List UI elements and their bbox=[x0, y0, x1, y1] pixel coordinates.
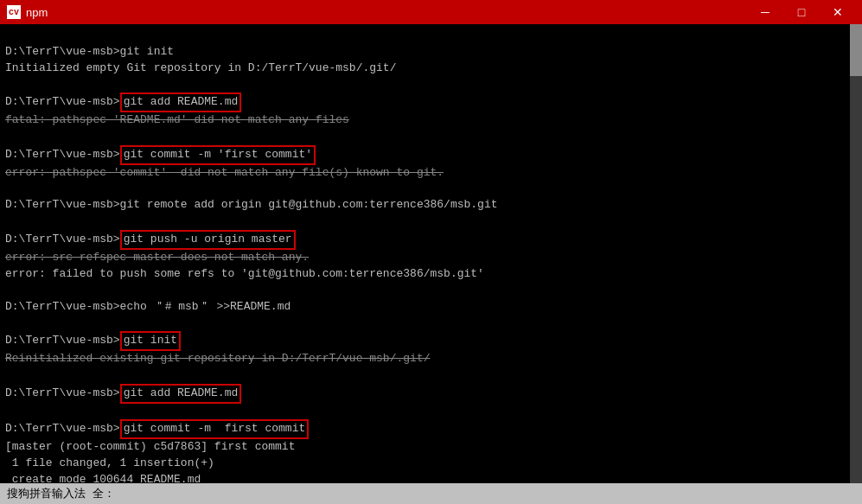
window-controls: ─ □ ✕ bbox=[748, 3, 855, 21]
line-11: D:\TerrT\vue-msb>echo ＂# msb＂ >>README.m… bbox=[5, 299, 857, 316]
app-icon: cv bbox=[7, 5, 21, 19]
minimize-button[interactable]: ─ bbox=[748, 3, 782, 21]
cmd-highlight-init: git init bbox=[120, 331, 181, 351]
terminal-window: cv npm ─ □ ✕ D:\TerrT\vue-msb>git initIn… bbox=[0, 0, 862, 504]
line-4: fatal: pathspec 'README.md' did not matc… bbox=[5, 112, 857, 129]
line-blank-6 bbox=[5, 315, 857, 331]
terminal-area[interactable]: D:\TerrT\vue-msb>git initInitialized emp… bbox=[0, 24, 862, 483]
line-16: [master (root-commit) c5d7863] first com… bbox=[5, 439, 857, 456]
line-17: 1 file changed, 1 insertion(+) bbox=[5, 456, 857, 472]
line-5: D:\TerrT\vue-msb>git commit -m 'first co… bbox=[5, 145, 857, 165]
line-6: error: pathspec 'commit' did not match a… bbox=[5, 165, 857, 182]
line-blank-7 bbox=[5, 367, 857, 384]
line-blank-1 bbox=[5, 77, 857, 93]
scrollbar-thumb[interactable] bbox=[850, 24, 862, 76]
line-10: error: failed to push some refs to 'git@… bbox=[5, 266, 857, 283]
titlebar-left: cv npm bbox=[7, 5, 48, 19]
cmd-highlight-add1: git add README.md bbox=[120, 93, 242, 112]
cmd-highlight-commit2: git commit -m first commit bbox=[120, 419, 310, 439]
statusbar: 搜狗拼音输入法 全： bbox=[0, 483, 862, 504]
maximize-button[interactable]: □ bbox=[784, 3, 819, 21]
line-18: create mode 100644 README.md bbox=[5, 472, 857, 483]
line-12: D:\TerrT\vue-msb>git init bbox=[5, 331, 857, 351]
line-blank-2 bbox=[5, 129, 857, 145]
cmd-highlight-push: git push -u origin master bbox=[120, 230, 296, 250]
line-blank-5 bbox=[5, 283, 857, 299]
line-8: D:\TerrT\vue-msb>git push -u origin mast… bbox=[5, 230, 857, 250]
line-7: D:\TerrT\vue-msb>git remote add origin g… bbox=[5, 197, 857, 214]
line-blank-3 bbox=[5, 182, 857, 198]
line-2: Initialized empty Git repository in D:/T… bbox=[5, 61, 857, 77]
line-1: D:\TerrT\vue-msb>git init bbox=[5, 44, 857, 61]
line-15: D:\TerrT\vue-msb>git commit -m first com… bbox=[5, 419, 857, 439]
window-title: npm bbox=[26, 6, 48, 19]
ime-status: 搜狗拼音输入法 全： bbox=[7, 486, 115, 501]
terminal-output: D:\TerrT\vue-msb>git initInitialized emp… bbox=[5, 28, 857, 483]
cmd-highlight-add2: git add README.md bbox=[120, 384, 242, 404]
line-14: D:\TerrT\vue-msb>git add README.md bbox=[5, 384, 857, 404]
cmd-highlight-commit1: git commit -m 'first commit' bbox=[120, 145, 316, 165]
line-13: Reinitialized existing git repository in… bbox=[5, 351, 857, 367]
line-blank-8 bbox=[5, 404, 857, 420]
line-3: D:\TerrT\vue-msb>git add README.md bbox=[5, 93, 857, 112]
titlebar: cv npm ─ □ ✕ bbox=[0, 0, 862, 24]
line-blank-4 bbox=[5, 214, 857, 230]
line-9: error: src refspec master does not match… bbox=[5, 250, 857, 266]
close-button[interactable]: ✕ bbox=[820, 3, 855, 21]
scrollbar[interactable] bbox=[850, 24, 862, 483]
